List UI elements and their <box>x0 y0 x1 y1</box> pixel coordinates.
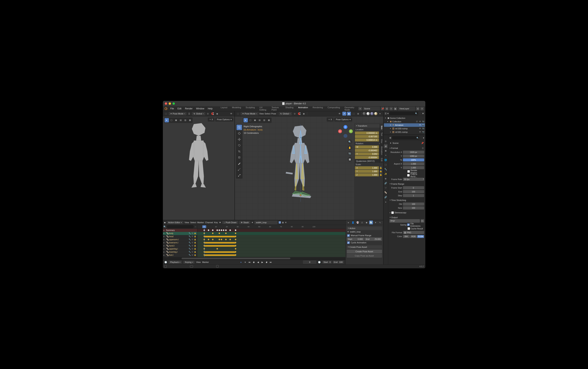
mode-selector-2[interactable]: ✦ Pose Mode ▾ <box>241 112 259 115</box>
keyframe[interactable] <box>235 238 236 240</box>
menu-window[interactable]: Window <box>195 106 206 111</box>
keyframe[interactable] <box>225 238 227 240</box>
camera-icon[interactable]: 📷 <box>348 151 352 156</box>
zoom-icon[interactable]: 🔍 <box>348 140 352 144</box>
pivot-icon-2[interactable]: ⊙ <box>293 112 296 116</box>
keyframe-next-icon[interactable]: ◆⃗ <box>265 260 268 264</box>
channel-row[interactable]: ▸🦴body🔧☑🔒 <box>163 232 197 235</box>
npanel-tab-animation[interactable]: Animation <box>380 145 383 156</box>
editor-type-dopesheet-icon[interactable]: ◆ <box>164 221 166 224</box>
particles-tab-icon[interactable]: ✨ <box>384 172 388 176</box>
workspace-tab-modeling[interactable]: Modeling <box>230 105 243 112</box>
action-end-input[interactable]: End29.000 <box>365 237 382 241</box>
manual-range-checkbox[interactable] <box>347 234 350 237</box>
viewlayer-icon[interactable]: ▣ <box>394 107 397 110</box>
cursor-tool-icon-side[interactable] <box>236 131 242 136</box>
keyframe-bar[interactable] <box>204 254 235 256</box>
lock-icon[interactable]: 🔒 <box>194 245 196 247</box>
pan-icon[interactable]: ✋ <box>348 145 352 150</box>
keyframe[interactable] <box>235 232 236 234</box>
playhead[interactable]: 0 <box>204 225 205 257</box>
track-row[interactable] <box>197 235 345 238</box>
scene-tab-icon[interactable]: ✦ <box>384 154 388 157</box>
keyframe-prev-icon[interactable]: ◆⃖ <box>252 260 256 264</box>
jump-end-icon[interactable]: ⏭ <box>269 260 273 264</box>
cache-checkbox[interactable] <box>408 227 410 230</box>
restrict-select-icon[interactable] <box>416 131 418 133</box>
menu-file[interactable]: File <box>169 106 176 111</box>
props-type-icon[interactable]: ⚙ <box>389 137 391 139</box>
crop-checkbox[interactable] <box>407 174 410 176</box>
editor-type-icon[interactable]: ⬚ <box>164 112 168 116</box>
play-icon[interactable]: ▶ <box>260 260 264 264</box>
viewlayer-tab-icon[interactable]: ▣ <box>384 149 388 153</box>
keyframe-bar[interactable] <box>204 251 235 253</box>
tl-menu-view[interactable]: View <box>196 261 201 263</box>
res-y-input[interactable]: 1080 px <box>403 154 424 158</box>
workspace-tab-shading[interactable]: Shading <box>283 105 296 112</box>
copy-pose-asset-button[interactable]: Copy Pose as Asset <box>347 254 382 258</box>
extend-select-icon[interactable]: ▣ <box>174 118 178 122</box>
rotation-w-input[interactable]: W0.999 <box>355 145 379 148</box>
error-icon[interactable]: ◆ <box>365 221 368 224</box>
measure-tool-icon[interactable] <box>236 167 242 172</box>
blender-logo-icon[interactable] <box>164 107 168 110</box>
constraints-tab-icon[interactable]: 🔗 <box>384 181 388 185</box>
ds-menu-view[interactable]: View <box>185 221 189 224</box>
frame-range-section[interactable]: ▾Frame Range <box>389 182 424 186</box>
keyframe[interactable] <box>218 238 220 240</box>
hide-icon[interactable]: 👁 <box>419 124 421 126</box>
shading-wireframe-icon[interactable] <box>363 112 366 115</box>
action-start-input[interactable]: Start0.000 <box>347 237 364 241</box>
properties-search-input[interactable] <box>392 136 419 140</box>
channel-row[interactable]: ▸🦴lowerleg.l🔧☑🔒 <box>163 251 197 254</box>
disable-icon[interactable]: 📷 <box>422 131 425 133</box>
keyframe-bar[interactable] <box>204 242 235 244</box>
select-mode-5[interactable]: ▥ <box>262 118 266 122</box>
channel-row[interactable]: ▸Summary <box>163 229 197 232</box>
disable-icon[interactable]: 📷 <box>422 127 425 130</box>
curves-icon[interactable]: ∿ <box>378 221 382 224</box>
mirror-x-button-2[interactable]: ✧ X <box>327 118 333 122</box>
push-down-button[interactable]: ↓Push Down <box>222 221 238 224</box>
subtract-select-icon[interactable]: ▤ <box>178 118 183 122</box>
pose-options-button-2[interactable]: Pose Options ▾ <box>334 118 352 122</box>
track-row[interactable] <box>197 244 345 247</box>
track-row[interactable] <box>197 247 345 251</box>
lock-icon[interactable]: 🔒 <box>194 235 196 237</box>
aspect-x-input[interactable]: 1.000 <box>403 162 424 165</box>
ts-new-input[interactable]: 100 <box>403 206 424 209</box>
npanel-tab-item[interactable]: Item <box>380 124 383 131</box>
new-action-icon[interactable]: ⊞ <box>282 221 284 224</box>
hide-icon[interactable]: 👁 <box>419 127 421 130</box>
orientation-selector-1[interactable]: ↯ Global ▾ <box>192 112 205 115</box>
tl-menu-marker[interactable]: Marker <box>202 261 209 263</box>
keyframe[interactable] <box>218 232 220 234</box>
keyframe[interactable] <box>216 229 218 231</box>
lock-icon[interactable]: 🔒 <box>194 251 196 253</box>
unlink-action-icon[interactable]: ✕ <box>285 221 287 224</box>
orientation-selector-2[interactable]: ↯ Global ▾ <box>279 112 292 115</box>
frame-start-input[interactable]: 0 <box>403 186 424 189</box>
lock-icon[interactable]: 🔓 <box>379 173 382 176</box>
filter-icon[interactable]: ▼ <box>219 221 221 224</box>
xray-icon[interactable]: ⬚ <box>352 112 355 116</box>
auto-key-icon[interactable]: ● <box>239 260 243 264</box>
menu-render[interactable]: Render <box>183 106 194 111</box>
play-reverse-icon[interactable]: ◀ <box>256 260 260 264</box>
wrench-icon[interactable]: 🔧 <box>189 235 191 237</box>
viewport2-body[interactable]: ▸ ▢ ▣ ▤ ▥ ▦ <box>235 116 383 220</box>
start-frame-input[interactable]: Start0 <box>322 261 332 264</box>
scale-tool-icon[interactable] <box>236 149 242 154</box>
aspect-y-input[interactable]: 1.000 <box>403 166 424 169</box>
restrict-select-icon[interactable]: ☑ <box>416 120 418 123</box>
warning-icon[interactable]: ⚠ <box>360 221 364 224</box>
track-row[interactable] <box>197 251 345 254</box>
select-mode-4[interactable]: ▤ <box>257 118 262 122</box>
jump-start-icon[interactable]: ⏮ <box>248 260 251 264</box>
keyframe[interactable] <box>235 248 236 250</box>
keyframe[interactable] <box>229 229 231 231</box>
dopesheet-mode-dropdown[interactable]: Action Editor▾ <box>167 221 183 224</box>
sync-icon[interactable]: 🔄 <box>369 221 373 224</box>
wrench-icon[interactable]: 🔧 <box>189 232 191 235</box>
